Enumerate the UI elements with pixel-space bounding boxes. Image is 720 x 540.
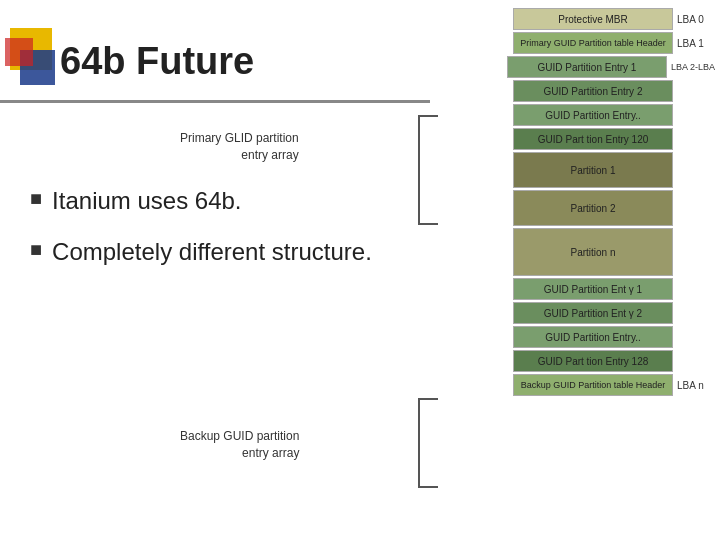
partition1-block: Partition 1 — [513, 152, 673, 188]
primary-label: Primary GLID partition entry array — [180, 130, 299, 164]
backup-label: Backup GUID partition entry array — [180, 428, 299, 462]
backup-header-row: Backup GUID Partition table Header LBA n — [440, 374, 715, 396]
backup-guid-dots-row: GUID Partition Entry.. — [440, 326, 715, 348]
primary-header-row: Primary GUID Partition table Header LBA … — [440, 32, 715, 54]
protective-mbr-row: Protective MBR LBA 0 — [440, 8, 715, 30]
bullet-list: ■ Itanium uses 64b. ■ Completely differe… — [30, 185, 372, 287]
bullet-text-2: Completely different structure. — [52, 236, 372, 267]
backup-guid1-row: GUID Partition Ent γ 1 — [440, 278, 715, 300]
backup-guid128-row: GUID Part tion Entry 128 — [440, 350, 715, 372]
partition2-block: Partition 2 — [513, 190, 673, 226]
title-area: 64b Future — [60, 40, 254, 83]
left-section: 64b Future Primary GLID partition entry … — [0, 0, 440, 540]
divider-line — [0, 100, 430, 103]
backup-guid2-block: GUID Partition Ent γ 2 — [513, 302, 673, 324]
primary-bracket — [418, 115, 438, 225]
guid1-block: GUID Partition Entry 1 — [507, 56, 667, 78]
partition2-row: Partition 2 — [440, 190, 715, 226]
lba-n-label: LBA n — [677, 380, 715, 391]
partition-n-block: Partition n — [513, 228, 673, 276]
guid1-row: GUID Partition Entry 1 LBA 2-LBA — [440, 56, 715, 78]
primary-header-block: Primary GUID Partition table Header — [513, 32, 673, 54]
guid-dots-block: GUID Partition Entry.. — [513, 104, 673, 126]
list-item: ■ Itanium uses 64b. — [30, 185, 372, 216]
bullet-text-1: Itanium uses 64b. — [52, 185, 241, 216]
guid128-row: GUID Part tion Entry 120 — [440, 128, 715, 150]
bullet-icon: ■ — [30, 185, 42, 211]
backup-header-block: Backup GUID Partition table Header — [513, 374, 673, 396]
partition-n-row: Partition n — [440, 228, 715, 276]
lba1-label: LBA 1 — [677, 38, 715, 49]
backup-guid2-row: GUID Partition Ent γ 2 — [440, 302, 715, 324]
backup-guid-dots-block: GUID Partition Entry.. — [513, 326, 673, 348]
protective-mbr-block: Protective MBR — [513, 8, 673, 30]
logo-red — [5, 38, 33, 66]
backup-guid128-block: GUID Part tion Entry 128 — [513, 350, 673, 372]
list-item: ■ Completely different structure. — [30, 236, 372, 267]
guid-dots-row: GUID Partition Entry.. — [440, 104, 715, 126]
lba2-label: LBA 2-LBA — [671, 62, 715, 72]
backup-guid1-block: GUID Partition Ent γ 1 — [513, 278, 673, 300]
page-title: 64b Future — [60, 40, 254, 82]
lba0-label: LBA 0 — [677, 14, 715, 25]
guid2-block: GUID Partition Entry 2 — [513, 80, 673, 102]
disk-diagram: Protective MBR LBA 0 Primary GUID Partit… — [440, 0, 720, 540]
guid128-block: GUID Part tion Entry 120 — [513, 128, 673, 150]
backup-bracket — [418, 398, 438, 488]
guid2-row: GUID Partition Entry 2 — [440, 80, 715, 102]
bullet-icon: ■ — [30, 236, 42, 262]
partition1-row: Partition 1 — [440, 152, 715, 188]
